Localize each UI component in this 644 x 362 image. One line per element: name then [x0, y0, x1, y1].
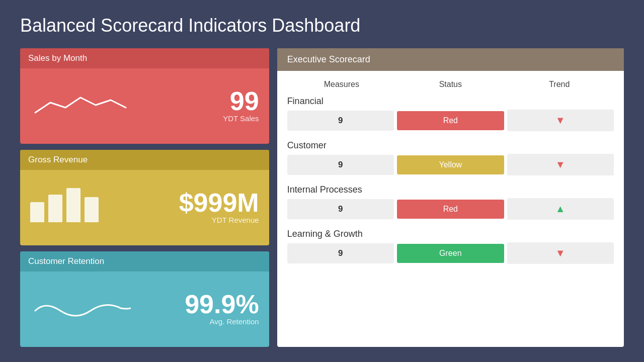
measure-internal: 9	[287, 199, 394, 219]
scorecard-body: Measures Status Trend Financial 9 Red ▼ …	[277, 71, 624, 347]
retention-wave-chart	[30, 293, 185, 323]
trend-up-icon: ▲	[555, 203, 566, 214]
bar-4	[85, 197, 99, 222]
section-internal: Internal Processes 9 Red ▲	[287, 180, 614, 220]
section-learning: Learning & Growth 9 Green ▼	[287, 225, 614, 264]
scorecard-row-customer: 9 Yellow ▼	[287, 154, 614, 175]
retention-card-header: Customer Retention	[20, 251, 269, 272]
scorecard-row-internal: 9 Red ▲	[287, 198, 614, 220]
section-title-financial: Financial	[287, 92, 614, 110]
trend-customer: ▼	[507, 154, 614, 175]
bar-2	[48, 195, 62, 222]
revenue-card-body: $999M YDT Revenue	[20, 170, 269, 245]
sales-kpi-value: 99 YDT Sales	[223, 88, 259, 123]
retention-card: Customer Retention 99.9% Avg. Retention	[20, 251, 269, 347]
sales-card-header: Sales by Month	[20, 48, 269, 68]
col-header-status: Status	[396, 80, 505, 89]
trend-down-icon: ▼	[555, 159, 566, 170]
retention-kpi-value: 99.9% Avg. Retention	[185, 291, 259, 326]
scorecard-row-financial: 9 Red ▼	[287, 110, 614, 131]
scorecard-col-headers: Measures Status Trend	[287, 75, 614, 92]
status-financial: Red	[397, 111, 504, 130]
scorecard-row-learning: 9 Green ▼	[287, 242, 614, 264]
right-panel: Executive Scorecard Measures Status Tren…	[277, 48, 624, 347]
section-title-internal: Internal Processes	[287, 180, 614, 198]
section-title-customer: Customer	[287, 136, 614, 154]
trend-down-icon: ▼	[555, 247, 566, 258]
status-learning: Green	[397, 244, 504, 263]
measure-financial: 9	[287, 111, 394, 131]
retention-number: 99.9%	[185, 291, 259, 317]
measure-customer: 9	[287, 155, 394, 175]
status-internal: Red	[397, 200, 504, 219]
retention-card-body: 99.9% Avg. Retention	[20, 272, 269, 347]
sales-card: Sales by Month 99 YDT Sales	[20, 48, 269, 144]
section-financial: Financial 9 Red ▼	[287, 92, 614, 131]
revenue-card: Gross Revenue $999M YDT Revenue	[20, 150, 269, 245]
sales-card-body: 99 YDT Sales	[20, 68, 269, 144]
measure-learning: 9	[287, 243, 394, 263]
left-panel: Sales by Month 99 YDT Sales Gross Revenu…	[20, 48, 277, 347]
trend-learning: ▼	[507, 242, 614, 264]
scorecard-header: Executive Scorecard	[277, 48, 624, 71]
bar-3	[66, 188, 80, 222]
bar-1	[30, 202, 44, 222]
revenue-card-header: Gross Revenue	[20, 150, 269, 170]
sales-label: YDT Sales	[223, 114, 259, 123]
section-customer: Customer 9 Yellow ▼	[287, 136, 614, 175]
revenue-bar-chart	[30, 189, 179, 224]
trend-down-icon: ▼	[555, 115, 566, 126]
col-header-trend: Trend	[505, 80, 614, 89]
sales-line-chart	[30, 87, 223, 123]
page-title: Balanced Scorecard Indicators Dashboard	[20, 15, 624, 36]
status-customer: Yellow	[397, 155, 504, 174]
revenue-kpi-value: $999M YDT Revenue	[179, 190, 259, 224]
dashboard-grid: Sales by Month 99 YDT Sales Gross Revenu…	[20, 48, 624, 347]
revenue-number: $999M	[179, 190, 259, 216]
sales-number: 99	[223, 88, 259, 114]
trend-financial: ▼	[507, 110, 614, 131]
section-title-learning: Learning & Growth	[287, 225, 614, 242]
trend-internal: ▲	[507, 198, 614, 220]
col-header-measures: Measures	[287, 80, 396, 89]
